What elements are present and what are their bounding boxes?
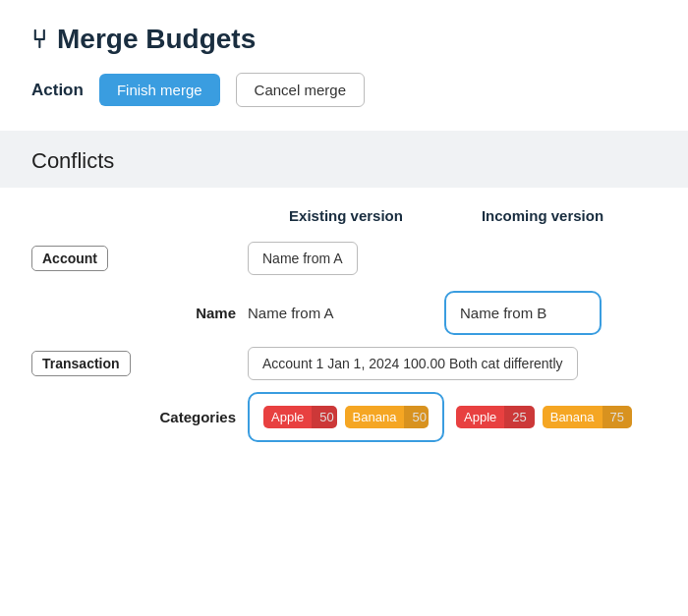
existing-banana-chip: Banana 50 [345, 406, 429, 428]
action-bar: Action Finish merge Cancel merge [31, 73, 657, 107]
account-existing-value: Name from A [248, 242, 444, 275]
name-existing-cell: Name from A [248, 305, 444, 321]
name-incoming-cell[interactable]: Name from B [444, 291, 641, 335]
existing-banana-name: Banana [345, 406, 405, 428]
conflicts-title: Conflicts [31, 148, 114, 173]
incoming-banana-name: Banana [543, 406, 602, 428]
existing-apple-value: 50 [312, 406, 336, 428]
existing-apple-chip: Apple 50 [263, 406, 337, 428]
account-badge: Account [31, 246, 108, 271]
name-label: Name [196, 305, 236, 321]
categories-existing-cell[interactable]: Apple 50 Banana 50 [248, 392, 444, 442]
incoming-banana-value: 75 [602, 406, 632, 428]
version-headers: Existing version Incoming version [31, 207, 657, 224]
account-label-cell: Account [31, 246, 248, 271]
conflicts-section-header: Conflicts [0, 131, 688, 188]
transaction-value-cell: Account 1 Jan 1, 2024 100.00 Both cat di… [248, 355, 657, 372]
finish-merge-button[interactable]: Finish merge [99, 74, 220, 106]
page-title: ⑂ Merge Budgets [31, 24, 657, 55]
name-label-cell: Name [31, 305, 248, 321]
incoming-apple-value: 25 [504, 406, 534, 428]
account-row: Account Name from A [31, 242, 657, 275]
transaction-badge: Transaction [31, 351, 131, 376]
incoming-version-header: Incoming version [444, 207, 641, 224]
categories-incoming-cell: Apple 25 Banana 75 [444, 398, 641, 436]
page-header: ⑂ Merge Budgets Action Finish merge Canc… [0, 0, 688, 131]
action-label: Action [31, 81, 84, 100]
account-existing-text: Name from A [248, 242, 358, 275]
transaction-label-cell: Transaction [31, 351, 248, 376]
categories-label-cell: Categories [31, 409, 248, 425]
categories-label: Categories [159, 409, 236, 425]
cancel-merge-button[interactable]: Cancel merge [236, 73, 365, 107]
incoming-banana-chip: Banana 75 [543, 406, 632, 428]
name-incoming-value[interactable]: Name from B [444, 291, 602, 335]
categories-existing-box[interactable]: Apple 50 Banana 50 [248, 392, 444, 442]
merge-icon: ⑂ [31, 25, 47, 55]
existing-apple-name: Apple [263, 406, 312, 428]
name-row: Name Name from A Name from B [31, 291, 657, 335]
transaction-value: Account 1 Jan 1, 2024 100.00 Both cat di… [248, 347, 578, 380]
main-content: Existing version Incoming version Accoun… [0, 188, 688, 481]
categories-incoming-box: Apple 25 Banana 75 [452, 398, 636, 436]
existing-banana-value: 50 [404, 406, 429, 428]
incoming-apple-name: Apple [456, 406, 504, 428]
incoming-apple-chip: Apple 25 [456, 406, 535, 428]
transaction-row: Transaction Account 1 Jan 1, 2024 100.00… [31, 351, 657, 376]
categories-row: Categories Apple 50 Banana 50 Apple 25 [31, 392, 657, 442]
name-existing-value: Name from A [248, 305, 334, 321]
existing-version-header: Existing version [248, 207, 444, 224]
